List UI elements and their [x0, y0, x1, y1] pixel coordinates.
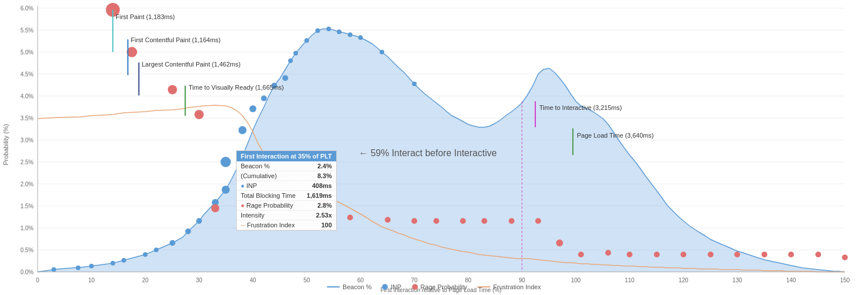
tooltip-value-frustration: 100	[301, 220, 336, 230]
rage-dot	[411, 218, 417, 224]
inp-dot	[293, 51, 298, 56]
legend-item-rage: Rage Probability	[412, 283, 468, 290]
svg-text:50: 50	[303, 277, 310, 283]
inp-dot	[337, 30, 341, 34]
inp-dot	[282, 75, 288, 81]
inp-dot	[348, 32, 352, 37]
y-axis-label: Probability (%)	[2, 124, 9, 165]
inp-dot	[89, 264, 94, 268]
svg-text:20: 20	[142, 277, 149, 283]
tooltip-label-cumulative: (Cumulative)	[237, 171, 301, 181]
rage-dot	[168, 85, 177, 94]
inp-dot	[304, 38, 309, 43]
inp-dot	[261, 95, 267, 101]
tti-label: Time to Interactive (3,215ms)	[539, 104, 622, 111]
inp-dot-highlighted	[220, 156, 231, 168]
rage-dot	[578, 252, 584, 257]
svg-text:4.5%: 4.5%	[20, 71, 34, 78]
inp-dot	[196, 218, 202, 224]
svg-text:5.0%: 5.0%	[20, 49, 34, 56]
rage-dot	[211, 204, 219, 212]
svg-text:150: 150	[840, 277, 850, 283]
tooltip: First Interaction at 35% of PLT Beacon %…	[236, 150, 337, 231]
inp-dot	[288, 58, 293, 63]
inp-dot	[238, 126, 247, 134]
tooltip-label-inp: INP	[237, 181, 301, 191]
rage-dot	[605, 250, 611, 256]
svg-text:0: 0	[36, 277, 39, 283]
rage-dot	[734, 252, 740, 257]
inp-dot	[76, 266, 80, 270]
svg-text:0.5%: 0.5%	[20, 247, 34, 253]
inp-dot	[249, 105, 256, 112]
svg-text:70: 70	[411, 277, 418, 283]
rage-dot	[556, 239, 563, 246]
tooltip-value-tbt: 1,619ms	[301, 191, 336, 201]
svg-text:90: 90	[518, 277, 525, 283]
inp-dot	[52, 267, 56, 272]
legend-beacon-label: Beacon %	[343, 283, 372, 290]
tooltip-header: First Interaction at 35% of PLT	[237, 151, 336, 161]
svg-text:1.0%: 1.0%	[20, 225, 34, 231]
inp-dot	[358, 35, 363, 40]
svg-text:60: 60	[357, 277, 364, 283]
tooltip-row-beacon: Beacon % 2.4%	[237, 161, 336, 171]
tooltip-value-beacon: 2.4%	[301, 161, 336, 171]
inp-dot	[170, 240, 175, 246]
inp-dot	[143, 252, 148, 257]
tooltip-row-intensity: Intensity 2.53x	[237, 211, 336, 220]
rage-dot	[815, 252, 821, 257]
svg-text:3.0%: 3.0%	[20, 137, 34, 143]
rage-dot	[842, 255, 848, 260]
tooltip-value-rage: 2.8%	[301, 201, 336, 211]
svg-text:10: 10	[88, 277, 95, 283]
inp-dot	[154, 248, 159, 252]
svg-text:120: 120	[679, 277, 689, 283]
legend-item-beacon: Beacon %	[327, 283, 372, 290]
legend-item-frustration: Frustration Index	[477, 283, 541, 290]
rage-dot	[460, 218, 466, 224]
fcp-label: First Contentful Paint (1,164ms)	[131, 36, 220, 43]
svg-text:40: 40	[249, 277, 256, 283]
rage-dot	[509, 218, 514, 224]
rage-dot	[627, 252, 632, 257]
rage-dot	[481, 218, 487, 224]
tooltip-row-inp: INP 408ms	[237, 181, 336, 191]
plt-label: Page Load Time (3,640ms)	[577, 132, 654, 139]
svg-text:30: 30	[196, 277, 203, 283]
interact-before-label: ← 59% Interact before Interactive	[359, 148, 496, 158]
svg-text:4.0%: 4.0%	[20, 93, 34, 99]
legend-inp-dot	[382, 284, 388, 290]
chart-container: Probability (%) 0.0% 0.5% 1.0% 1.5% 2.0%…	[0, 0, 868, 295]
rage-dot	[385, 217, 391, 223]
svg-text:2.0%: 2.0%	[20, 181, 34, 187]
rage-dot	[535, 218, 541, 224]
tooltip-row-tbt: Total Blocking Time 1,619ms	[237, 191, 336, 201]
tooltip-row-cumulative: (Cumulative) 8.3%	[237, 171, 336, 181]
inp-dot	[185, 228, 191, 234]
inp-dot	[122, 258, 126, 263]
inp-dot	[326, 27, 331, 31]
lcp-label: Largest Contentful Paint (1,462ms)	[142, 61, 241, 68]
tooltip-label-beacon: Beacon %	[237, 161, 301, 171]
legend-item-inp: INP	[382, 283, 401, 290]
tooltip-value-cumulative: 8.3%	[301, 171, 336, 181]
ttvr-label: Time to Visually Ready (1,665ms)	[189, 84, 284, 91]
rage-dot	[681, 252, 686, 257]
rage-dot	[433, 218, 439, 224]
svg-text:5.5%: 5.5%	[20, 27, 34, 34]
first-paint-label: First Paint (1,183ms)	[116, 13, 175, 20]
rage-dot	[762, 252, 767, 257]
legend: Beacon % INP Rage Probability Frustratio…	[327, 283, 541, 290]
svg-text:130: 130	[733, 277, 742, 283]
inp-dot	[111, 261, 115, 266]
legend-rage-dot	[412, 284, 418, 290]
svg-text:1.5%: 1.5%	[20, 203, 34, 209]
svg-text:6.0%: 6.0%	[20, 5, 34, 12]
legend-rage-label: Rage Probability	[421, 283, 468, 290]
legend-inp-label: INP	[391, 283, 401, 290]
legend-beacon-line	[327, 286, 340, 287]
rage-dot	[708, 252, 713, 257]
svg-text:140: 140	[786, 277, 796, 283]
inp-dot	[380, 50, 384, 54]
